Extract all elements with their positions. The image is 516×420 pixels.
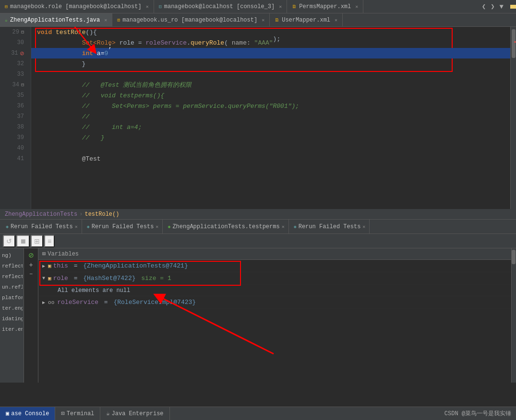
- var-sub-null: All elements are null: [38, 285, 511, 296]
- editor-scrollbar[interactable]: [510, 27, 516, 209]
- watermark: CSDN @菜鸟一号是我实锤: [444, 409, 516, 418]
- code-line-32: }: [31, 58, 510, 69]
- code-line-38: // int a=4;: [31, 122, 510, 132]
- expand-arrow: ▼: [42, 276, 45, 281]
- left-item-platfor: platfor: [1, 292, 23, 303]
- code-line-34: // @Test 测试当前角色拥有的权限: [31, 80, 510, 90]
- var-toolbar: ⊘ + −: [24, 248, 38, 383]
- close-icon[interactable]: ✕: [75, 224, 78, 230]
- tab-perms-mapper[interactable]: 🗎 PermsMapper.xml ✕: [287, 0, 363, 13]
- terminal-icon: ⊡: [61, 410, 64, 417]
- tab-actions: ❮ ❯ ▼: [480, 1, 508, 12]
- gutter-line-31: 31⊘: [0, 48, 27, 58]
- var-list: ▶ ▣ this = {ZhengApplicationTests@7421} …: [38, 260, 511, 309]
- run-icon: ◈: [6, 224, 9, 230]
- close-icon[interactable]: ✕: [156, 224, 158, 230]
- gutter-line-30: 30: [0, 37, 27, 48]
- tab-managebook-us-ro[interactable]: ⊞ managebook.us_ro [managebook@localhost…: [112, 13, 270, 26]
- terminal-icon: ⊡: [159, 4, 162, 10]
- code-line-33: [31, 69, 510, 80]
- close-icon[interactable]: ✕: [279, 4, 282, 10]
- tab-scroll-left[interactable]: ❮: [480, 1, 488, 12]
- var-row-roleservice[interactable]: ▶ oo roleService = {RoleServiceImpl@7423…: [38, 296, 511, 309]
- run-tab-3[interactable]: ◈ ZhengApplicationTests.testperms ✕: [164, 220, 288, 233]
- gutter-line-40: 40: [0, 143, 27, 153]
- code-line-37: //: [31, 111, 510, 122]
- var-type-icon: ▣: [48, 263, 51, 269]
- variables-title: Variables: [48, 251, 79, 257]
- code-editor[interactable]: void testRole(){ Set<Role> role = roleSe…: [31, 27, 510, 209]
- run-tab-1[interactable]: ◈ Rerun Failed Tests ✕: [2, 220, 82, 233]
- gutter-line-29: 29⊟: [0, 27, 27, 37]
- java-icon: ☕: [5, 17, 8, 23]
- tab-bar-second: ☕ ZhengApplicationTests.java ✕ ⊞ manageb…: [0, 13, 516, 27]
- xml-icon: 🗎: [292, 4, 297, 10]
- close-icon[interactable]: ✕: [282, 224, 285, 230]
- bottom-bar: ▣ ase Console ⊡ Terminal ☕ Java Enterpri…: [0, 407, 516, 420]
- var-type-icon: ▣: [48, 275, 51, 281]
- breadcrumb: ZhengApplicationTests › testRole(): [0, 209, 516, 220]
- bottom-tab-java-enterprise[interactable]: ☕ Java Enterprise: [100, 407, 169, 420]
- run-tab-4[interactable]: ◈ Rerun Failed Tests ✕: [290, 220, 370, 233]
- java-enterprise-icon: ☕: [106, 410, 109, 417]
- tab-user-mapper[interactable]: 🗎 UserMapper.xml ✕: [270, 13, 343, 26]
- code-line-41: @Test: [31, 153, 510, 164]
- run-icon: ◈: [168, 224, 170, 230]
- run-tab-label: Rerun Failed Tests: [299, 223, 361, 230]
- tab-console3[interactable]: ⊡ managebook@localhost [console_3] ✕: [154, 0, 288, 13]
- variables-scrollbar[interactable]: [511, 248, 516, 383]
- close-icon[interactable]: ✕: [362, 224, 365, 230]
- variables-content: ⊞ Variables ▶ ▣ this = {ZhengApplication…: [38, 248, 511, 383]
- code-line-30: Set<Role> role = roleService.queryRole( …: [31, 37, 510, 48]
- tab-label: managebook.role [managebook@localhost]: [10, 3, 142, 10]
- table-view-btn[interactable]: ⊞: [31, 235, 43, 247]
- bottom-tab-label: Java Enterprise: [112, 410, 164, 417]
- code-line-31: int a=9;: [31, 48, 510, 58]
- filter-btn[interactable]: ≡: [44, 235, 55, 247]
- file-icon: ⊞: [117, 17, 120, 23]
- stop-button[interactable]: ⏹: [16, 235, 30, 247]
- rerun-button[interactable]: ↺: [3, 235, 15, 247]
- variables-panel: ng) reflect) reflect) un.refle platfor t…: [0, 248, 516, 383]
- bottom-tab-label: ase Console: [11, 410, 49, 417]
- tab-zheng-app-tests[interactable]: ☕ ZhengApplicationTests.java ✕: [0, 13, 112, 26]
- left-item-tereng: ter.eng: [1, 303, 23, 314]
- var-row-this[interactable]: ▶ ▣ this = {ZhengApplicationTests@7421}: [38, 260, 511, 272]
- close-icon[interactable]: ✕: [104, 17, 107, 23]
- tab-label: PermsMapper.xml: [299, 3, 351, 10]
- gutter-line-39: 39: [0, 132, 27, 143]
- close-icon[interactable]: ✕: [355, 4, 358, 10]
- code-line-40: [31, 143, 510, 153]
- tab-menu[interactable]: ▼: [498, 2, 505, 12]
- gutter-line-36: 36: [0, 101, 27, 111]
- oo-icon: oo: [48, 300, 54, 305]
- minus-icon[interactable]: −: [29, 270, 33, 277]
- run-tab-label: Rerun Failed Tests: [92, 223, 154, 230]
- close-icon[interactable]: ✕: [146, 4, 149, 10]
- gutter-line-41: 41: [0, 153, 27, 164]
- close-icon[interactable]: ✕: [262, 17, 264, 23]
- breadcrumb-class: ZhengApplicationTests: [5, 211, 77, 218]
- var-row-role[interactable]: ▼ ▣ role = {HashSet@7422} size = 1: [38, 272, 511, 285]
- filter-icon[interactable]: ⊘: [28, 251, 34, 259]
- add-icon[interactable]: +: [29, 261, 33, 268]
- run-tab-2[interactable]: ◈ Rerun Failed Tests ✕: [83, 220, 163, 233]
- gutter-line-35: 35: [0, 90, 27, 101]
- code-line-35: // void testperms(){: [31, 90, 510, 101]
- close-icon[interactable]: ✕: [335, 17, 337, 23]
- line-gutter: 29⊟ 30 31⊘ 32 33 34⊟ 35 36 37 38 39 40 4…: [0, 27, 31, 209]
- gutter-line-32: 32: [0, 58, 27, 69]
- tab-managebook-role[interactable]: ⊞ managebook.role [managebook@localhost]…: [0, 0, 154, 13]
- debug-toolbar: ↺ ⏹ ⊞ ≡: [0, 234, 516, 248]
- left-text-panel: ng) reflect) reflect) un.refle platfor t…: [0, 248, 24, 383]
- variables-icon: ⊞: [42, 250, 46, 257]
- gutter-line-34: 34⊟: [0, 80, 27, 90]
- scrollbar-thumb[interactable]: [512, 29, 516, 58]
- bottom-tab-terminal[interactable]: ⊡ Terminal: [55, 407, 100, 420]
- tab-label: ZhengApplicationTests.java: [10, 17, 100, 23]
- tab-scroll-right[interactable]: ❯: [489, 1, 496, 12]
- scrollbar-thumb[interactable]: [512, 250, 516, 264]
- bottom-tab-console[interactable]: ▣ ase Console: [0, 407, 55, 420]
- bottom-tab-label: Terminal: [67, 410, 95, 417]
- run-icon: ◈: [294, 224, 297, 230]
